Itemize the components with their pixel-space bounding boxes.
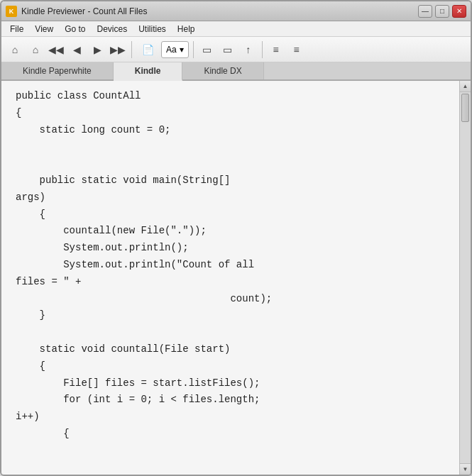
code-viewport[interactable]: public class CountAll { static long coun… — [1, 81, 459, 475]
menu-goto[interactable]: Go to — [59, 23, 91, 35]
separator-1 — [131, 41, 132, 58]
menu-help[interactable]: Help — [172, 23, 201, 35]
font-size-label: Aa — [166, 45, 177, 55]
menu-bar: File View Go to Devices Utilities Help — [1, 21, 471, 37]
font-dropdown-icon: ▾ — [180, 45, 184, 55]
menu-utilities[interactable]: Utilities — [133, 23, 172, 35]
maximize-button[interactable]: □ — [435, 5, 449, 18]
view-list-button[interactable]: ≡ — [267, 40, 285, 59]
main-window: K Kindle Previewer - Count All Files — □… — [0, 0, 472, 476]
view-export-button[interactable]: ↑ — [239, 40, 258, 59]
scrollbar-track[interactable] — [460, 92, 471, 463]
next-next-button[interactable]: ▶▶ — [109, 40, 127, 59]
scroll-down-arrow[interactable]: ▼ — [460, 463, 471, 475]
font-size-control[interactable]: Aa ▾ — [161, 41, 189, 58]
scrollbar[interactable]: ▲ ▼ — [459, 81, 471, 475]
close-button[interactable]: ✕ — [452, 5, 466, 18]
title-bar: K Kindle Previewer - Count All Files — □… — [1, 1, 471, 21]
home-button[interactable]: ⌂ — [26, 40, 45, 59]
content-area: public class CountAll { static long coun… — [1, 81, 471, 475]
separator-2 — [193, 41, 194, 58]
window-title: Kindle Previewer - Count All Files — [21, 6, 418, 16]
code-display: public class CountAll { static long coun… — [1, 81, 459, 475]
prev-button[interactable]: ◀ — [67, 40, 86, 59]
separator-3 — [262, 41, 263, 58]
doc-icon-button[interactable]: 📄 — [136, 40, 159, 59]
app-icon: K — [6, 6, 17, 17]
scroll-up-arrow[interactable]: ▲ — [460, 81, 471, 92]
device-tabs: Kindle Paperwhite Kindle Kindle DX — [1, 62, 471, 81]
next-button[interactable]: ▶ — [88, 40, 106, 59]
window-controls: — □ ✕ — [418, 5, 466, 18]
menu-devices[interactable]: Devices — [92, 23, 133, 35]
toolbar: ⌂ ⌂ ◀◀ ◀ ▶ ▶▶ 📄 Aa ▾ ▭ ▭ ↑ ≡ ≡ — [1, 37, 471, 62]
tab-kindle[interactable]: Kindle — [114, 62, 183, 81]
menu-file[interactable]: File — [4, 23, 29, 35]
view-double-button[interactable]: ▭ — [219, 40, 237, 59]
prev-prev-button[interactable]: ◀◀ — [47, 40, 65, 59]
tab-kindle-dx[interactable]: Kindle DX — [182, 62, 263, 79]
tab-paperwhite[interactable]: Kindle Paperwhite — [1, 62, 114, 79]
minimize-button[interactable]: — — [418, 5, 432, 18]
view-single-button[interactable]: ▭ — [198, 40, 216, 59]
back-home-button[interactable]: ⌂ — [6, 40, 24, 59]
menu-view[interactable]: View — [29, 23, 59, 35]
view-columns-button[interactable]: ≡ — [287, 40, 306, 59]
scrollbar-thumb[interactable] — [461, 94, 469, 122]
